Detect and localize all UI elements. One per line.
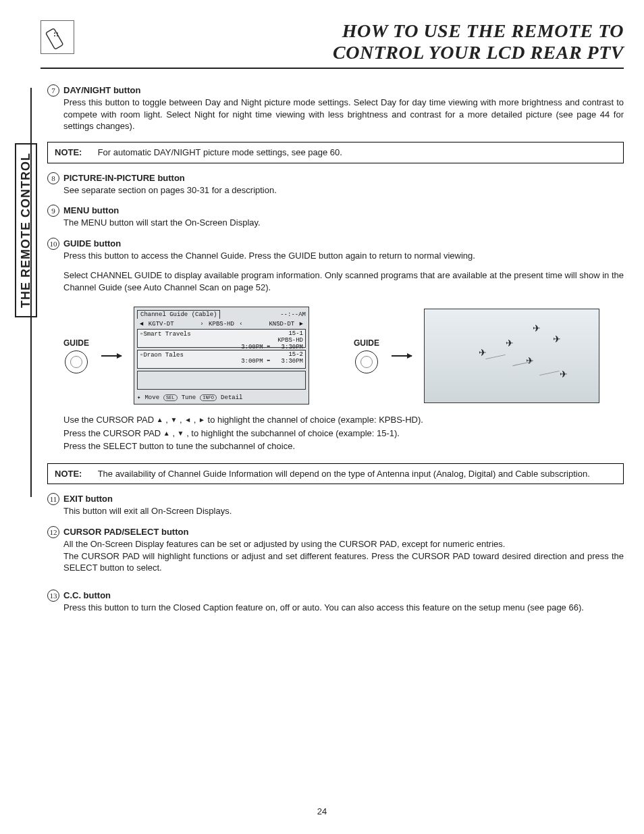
plane-icon: ✈	[553, 334, 561, 344]
guide-button-icon	[355, 350, 378, 373]
arrow-right-icon	[101, 355, 122, 357]
section-tab: THE REMOTE CONTROL	[15, 143, 37, 317]
item-number-12: 12	[47, 526, 59, 538]
item-12-heading: CURSOR PAD/SELECT button	[63, 527, 624, 537]
item-number-7: 7	[47, 84, 59, 97]
note-1-text: For automatic DAY/NIGHT picture mode set…	[98, 147, 612, 159]
cg-row-2: ▫Draon Tales 15-2 3:00PM ⬌ 3:30PM	[137, 350, 306, 369]
guide-instructions: Use the CURSOR PAD ▲ , ▼ , ◄ , ► to high…	[63, 414, 624, 452]
item-8-text: See separate section on pages 30-31 for …	[63, 184, 624, 197]
item-11-heading: EXIT button	[63, 494, 624, 504]
page-number: 24	[0, 806, 644, 816]
note-1-label: NOTE:	[55, 147, 95, 159]
cg-r1-t1: 3:00PM	[241, 344, 263, 350]
cg-legend: ✦Move SELTune INFODetail	[137, 392, 306, 401]
tv-image-planes: ✈ ✈ ✈ ✈ ✈ ✈	[424, 309, 599, 403]
item-11: 11 EXIT button This button will exit all…	[47, 494, 624, 517]
item-number-9: 9	[47, 205, 59, 217]
item-10-text1: Press this button to access the Channel …	[63, 250, 624, 262]
svg-point-1	[54, 32, 55, 34]
cg-r2-ch: 15-2	[288, 351, 303, 358]
plane-icon: ✈	[560, 369, 568, 380]
item-13-heading: C.C. button	[63, 590, 624, 600]
guide-button-label-left: GUIDE	[63, 338, 89, 348]
brand-logo	[41, 20, 74, 54]
svg-rect-0	[46, 28, 63, 49]
cg-ch-right: KNSD-DT	[267, 321, 296, 328]
cg-r2-t2: 3:30PM	[281, 358, 303, 365]
guide-button-right: GUIDE	[354, 338, 379, 373]
item-10-heading: GUIDE button	[63, 238, 624, 249]
pg-l3: Press the SELECT button to tune the subc…	[63, 440, 624, 452]
title-line-2: CONTROL YOUR LCD REAR PTV	[333, 42, 624, 63]
remote-icon	[45, 25, 70, 49]
cg-r1-sub: KPBS-HD	[277, 337, 303, 344]
cg-r1-ch: 15-1	[288, 330, 303, 337]
page-header: HOW TO USE THE REMOTE TO CONTROL YOUR LC…	[41, 20, 624, 69]
item-13: 13 C.C. button Press this button to turn…	[47, 590, 624, 614]
title-line-1: HOW TO USE THE REMOTE TO	[342, 20, 624, 41]
item-9-heading: MENU button	[63, 205, 624, 215]
item-number-10: 10	[47, 238, 59, 250]
plane-icon: ✈	[526, 355, 534, 366]
item-number-13: 13	[47, 590, 59, 602]
cg-title: Channel Guide (Cable)	[137, 310, 220, 319]
cg-ch-mid: KPBS-HD	[207, 321, 236, 328]
item-8-heading: PICTURE-IN-PICTURE button	[63, 173, 624, 183]
svg-point-4	[57, 35, 58, 36]
cg-r1-name: Smart Travels	[143, 331, 190, 338]
arrow-right-icon	[392, 355, 412, 357]
pg-l1b: to highlight the channel of choice (exam…	[205, 415, 423, 425]
cg-detail: Detail	[221, 394, 242, 401]
note-2-label: NOTE:	[55, 468, 95, 480]
cg-info-pill: INFO	[200, 394, 217, 401]
cg-move: Move	[144, 394, 159, 401]
item-11-text: This button will exit all On-Screen Disp…	[63, 505, 624, 517]
item-12: 12 CURSOR PAD/SELECT button All the On-S…	[47, 527, 624, 574]
pg-l1a: Use the CURSOR PAD	[63, 415, 157, 425]
note-box-2: NOTE: The availability of Channel Guide …	[47, 463, 624, 485]
svg-point-2	[57, 32, 58, 34]
item-number-11: 11	[47, 493, 59, 505]
plane-icon: ✈	[533, 323, 541, 334]
page-title: HOW TO USE THE REMOTE TO CONTROL YOUR LC…	[81, 20, 624, 63]
note-2-text: The availability of Channel Guide Inform…	[98, 468, 612, 480]
cg-row-empty	[137, 371, 306, 390]
guide-button-label-right: GUIDE	[354, 338, 379, 348]
item-10: 10 GUIDE button Press this button to acc…	[47, 238, 624, 454]
section-tab-label: THE REMOTE CONTROL	[19, 153, 33, 308]
channel-guide-screenshot: Channel Guide (Cable) --:--AM ◄ KGTV-DT …	[134, 307, 309, 405]
cg-sel-pill: SEL	[163, 394, 178, 401]
svg-point-3	[54, 35, 55, 36]
item-7-heading: DAY/NIGHT button	[63, 85, 624, 95]
item-number-8: 8	[47, 172, 59, 184]
guide-button-left: GUIDE	[63, 338, 89, 373]
item-8: 8 PICTURE-IN-PICTURE button See separate…	[47, 173, 624, 197]
item-7: 7 DAY/NIGHT button Press this button to …	[47, 85, 624, 132]
cg-r2-name: Draon Tales	[143, 352, 183, 359]
plane-icon: ✈	[506, 338, 514, 348]
cg-r1-t2: 3:30PM	[281, 344, 303, 350]
item-9-text: The MENU button will start the On-Screen…	[63, 217, 624, 229]
cg-ch-left: KGTV-DT	[147, 321, 176, 328]
plane-icon: ✈	[479, 347, 487, 358]
item-9: 9 MENU button The MENU button will start…	[47, 205, 624, 229]
pg-l2a: Press the CURSOR PAD	[63, 428, 163, 438]
item-10-text2: Select CHANNEL GUIDE to display availabl…	[63, 269, 624, 293]
guide-button-icon	[65, 350, 88, 373]
cg-r2-t1: 3:00PM	[241, 358, 263, 365]
item-12-text: All the On-Screen Display features can b…	[63, 538, 624, 574]
pg-l2b: , to highlight the subchannel of choice …	[184, 428, 400, 438]
cg-row-1: ▫Smart Travels 15-1 KPBS-HD 3:00PM ⬌ 3:3…	[137, 329, 306, 348]
cg-time: --:--AM	[280, 311, 306, 318]
note-box-1: NOTE: For automatic DAY/NIGHT picture mo…	[47, 142, 624, 163]
cg-tune: Tune	[182, 394, 196, 401]
guide-illustration-row: GUIDE Channel Guide (Cable) --:--AM ◄ KG…	[63, 307, 624, 405]
item-7-text: Press this button to toggle between Day …	[63, 97, 624, 132]
move-icon: ✦	[137, 394, 140, 401]
item-13-text: Press this button to turn the Closed Cap…	[63, 602, 624, 614]
